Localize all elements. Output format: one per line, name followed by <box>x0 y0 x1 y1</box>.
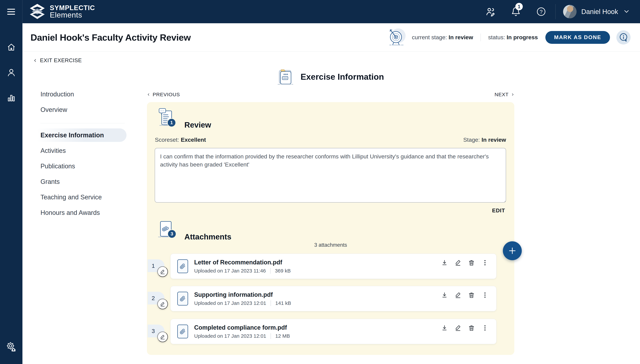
notifications-bell-icon[interactable]: 1 <box>503 6 528 17</box>
attachment-file-name: Completed compliance form.pdf <box>194 324 290 331</box>
kebab-menu-icon <box>481 292 489 298</box>
attachment-actions <box>441 291 489 299</box>
download-icon <box>441 324 448 332</box>
pencil-icon <box>160 269 165 274</box>
attachment-uploaded-text: Uploaded on 17 Jan 2023 12:01 <box>194 300 266 306</box>
attachment-file-icon <box>177 324 188 338</box>
trash-icon <box>468 324 475 332</box>
sidebar-item-exercise-information[interactable]: Exercise Information <box>37 128 127 142</box>
edit-attachment-button[interactable] <box>454 324 462 332</box>
delete-attachment-button[interactable] <box>468 291 475 299</box>
attachment-file-info: Supporting information.pdf Uploaded on 1… <box>194 291 291 306</box>
attachment-file-name: Letter of Recommendation.pdf <box>194 259 291 266</box>
edit-attachment-button[interactable] <box>454 291 462 299</box>
download-icon <box>441 259 448 266</box>
topbar-actions: 1 ? Daniel Hook <box>478 4 640 19</box>
symplectic-logo-icon <box>29 4 45 20</box>
download-button[interactable] <box>441 259 448 266</box>
brand-wordmark: SYMPLECTIC Elements <box>50 4 95 19</box>
attachment-row: 1 Letter of Recommendation <box>148 254 496 279</box>
mark-as-done-button[interactable]: MARK AS DONE <box>545 31 610 44</box>
attachments-count-badge: 3 <box>168 230 176 238</box>
attachment-row: 3 Completed compliance for <box>148 319 496 344</box>
page-title: Daniel Hook's Faculty Activity Review <box>31 32 191 43</box>
sidebar-item-teaching-and-service[interactable]: Teaching and Service <box>37 190 127 205</box>
content-area: EXIT EXERCISE Introduction Overview Exer… <box>23 52 640 364</box>
more-options-button[interactable] <box>481 324 489 332</box>
impersonate-users-icon[interactable] <box>478 6 503 17</box>
attachment-card: Letter of Recommendation.pdf Uploaded on… <box>170 254 496 279</box>
user-menu[interactable]: Daniel Hook <box>563 5 630 18</box>
trash-icon <box>468 292 475 298</box>
delete-attachment-button[interactable] <box>468 324 475 332</box>
review-comment-textarea[interactable]: I can confirm that the information provi… <box>155 148 506 202</box>
download-icon <box>441 292 448 298</box>
profile-nav-icon[interactable] <box>0 60 23 85</box>
settings-gear-icon[interactable] <box>0 334 23 359</box>
attachment-actions <box>441 324 489 332</box>
app-root: SYMPLECTIC Elements 1 <box>0 0 640 364</box>
exercise-side-nav: Introduction Overview Exercise Informati… <box>37 86 127 220</box>
status-text: status: In progress <box>488 34 538 40</box>
user-avatar <box>563 5 576 18</box>
kebab-menu-icon <box>481 259 489 266</box>
target-illustration-icon <box>387 27 407 48</box>
attachment-card: Supporting information.pdf Uploaded on 1… <box>170 286 496 311</box>
sidebar-item-honours-and-awards[interactable]: Honours and Awards <box>37 205 127 220</box>
review-count-badge: 1 <box>167 118 176 127</box>
edit-attachment-button[interactable] <box>454 259 462 266</box>
help-icon[interactable]: ? <box>528 6 554 17</box>
hamburger-menu-button[interactable] <box>0 0 23 23</box>
attachment-file-size: 141 kB <box>275 300 291 306</box>
attachment-file-info: Letter of Recommendation.pdf Uploaded on… <box>194 259 291 274</box>
scoreset-line: Scoreset:Excellent <box>155 136 206 143</box>
download-button[interactable] <box>441 291 448 299</box>
pencil-icon <box>160 334 165 340</box>
attachment-file-icon <box>177 292 188 306</box>
section-title: Exercise Information <box>300 72 384 82</box>
pencil-icon <box>454 324 462 332</box>
reports-chart-nav-icon[interactable] <box>0 85 23 110</box>
reorder-edit-button[interactable] <box>157 332 168 342</box>
attachment-uploaded-text: Uploaded on 17 Jan 2023 11:46 <box>194 268 266 274</box>
brand-logo[interactable]: SYMPLECTIC Elements <box>29 4 95 20</box>
exercise-header: Daniel Hook's Faculty Activity Review cu… <box>23 23 640 52</box>
pencil-icon <box>160 301 165 307</box>
trash-icon <box>468 259 475 266</box>
next-button[interactable]: NEXT <box>495 92 514 98</box>
sidebar-item-introduction[interactable]: Introduction <box>37 86 127 102</box>
add-attachment-fab[interactable] <box>503 241 522 260</box>
reorder-edit-button[interactable] <box>157 266 168 277</box>
sidebar-item-grants[interactable]: Grants <box>37 174 127 190</box>
exercise-information-panel: 1 Review Scoreset:Excellent Stage:In rev… <box>147 102 514 355</box>
pager-row: PREVIOUS NEXT <box>147 92 514 98</box>
reorder-edit-button[interactable] <box>157 299 168 309</box>
delete-attachment-button[interactable] <box>468 259 475 266</box>
exit-exercise-link[interactable]: EXIT EXERCISE <box>33 57 82 64</box>
previous-button[interactable]: PREVIOUS <box>147 92 180 98</box>
stage-line: Stage:In review <box>463 136 506 143</box>
review-section-title: Review <box>184 120 211 130</box>
info-icon[interactable] <box>616 30 630 44</box>
chevron-left-icon <box>147 92 151 97</box>
meta-divider <box>270 268 270 274</box>
svg-text:?: ? <box>540 9 542 15</box>
more-options-button[interactable] <box>481 291 489 299</box>
download-button[interactable] <box>441 324 448 332</box>
meta-divider <box>270 300 271 306</box>
header-divider <box>481 34 481 41</box>
sidebar-item-publications[interactable]: Publications <box>37 158 127 174</box>
sidebar-item-activities[interactable]: Activities <box>37 143 127 158</box>
chevron-down-icon <box>623 8 630 16</box>
hamburger-icon <box>7 9 15 15</box>
notification-count-badge: 1 <box>515 3 523 10</box>
attachment-row: 2 Supporting information.p <box>148 286 496 311</box>
section-title-row: Exercise Information <box>147 68 514 85</box>
edit-button[interactable]: EDIT <box>491 207 506 214</box>
sidebar-item-overview[interactable]: Overview <box>37 102 127 118</box>
more-options-button[interactable] <box>481 259 489 266</box>
attachments-count-text: 3 attachments <box>147 242 514 248</box>
attachment-actions <box>441 259 489 266</box>
home-nav-icon[interactable] <box>0 35 23 60</box>
attachment-file-size: 369 kB <box>275 268 291 274</box>
